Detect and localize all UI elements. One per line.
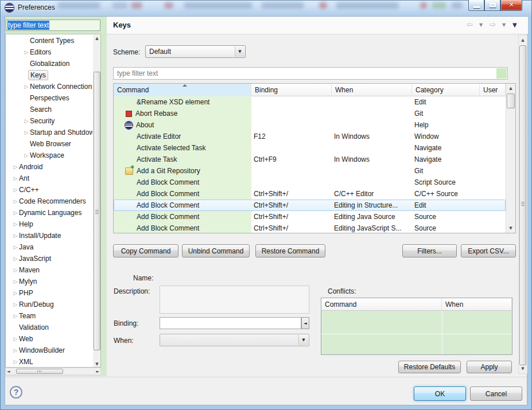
tree-item-startup-and-shutdown[interactable]: ▷Startup and Shutdown (6, 127, 92, 138)
panel-scrollbar-thumb[interactable] (519, 45, 526, 365)
tree-horizontal-scrollbar[interactable]: ◄ ► (5, 368, 101, 375)
back-arrow-icon[interactable]: ⇦ (467, 20, 473, 29)
tree-item-run-debug[interactable]: ▷Run/Debug (6, 299, 92, 310)
tree-item-security[interactable]: ▷Security (6, 115, 92, 127)
expand-arrow-icon[interactable]: ▷ (12, 198, 19, 204)
column-header-category[interactable]: Category (412, 84, 480, 96)
table-row[interactable]: AboutHelp (114, 119, 506, 131)
help-button[interactable]: ? (10, 386, 22, 399)
expand-arrow-icon[interactable]: ▷ (12, 233, 19, 239)
tree-item-web[interactable]: ▷Web (6, 333, 92, 345)
unbind-command-button[interactable]: Unbind Command (182, 244, 250, 257)
table-row[interactable]: Abort RebaseGit (114, 108, 506, 119)
table-row[interactable]: Add Block CommentCtrl+Shift+/C/C++ Edito… (114, 188, 506, 200)
view-menu-icon[interactable]: ▼ (512, 22, 517, 28)
tree-item-validation[interactable]: Validation (6, 322, 92, 333)
expand-arrow-icon[interactable]: ▷ (23, 84, 30, 89)
tree-item-team[interactable]: ▷Team (6, 310, 92, 322)
table-row[interactable]: Activate EditorF12In WindowsWindow (114, 131, 506, 142)
scroll-down-icon[interactable]: ▼ (506, 225, 515, 232)
expand-arrow-icon[interactable]: ▷ (12, 279, 19, 284)
expand-arrow-icon[interactable]: ▷ (12, 175, 19, 181)
tree-item-c-c[interactable]: ▷C/C++ (6, 184, 92, 196)
column-header-command[interactable]: Command (114, 84, 251, 96)
table-row[interactable]: Add Block CommentCtrl+Shift+/Editing Jav… (114, 211, 506, 222)
maximize-button[interactable] (484, 0, 500, 11)
expand-arrow-icon[interactable]: ▷ (12, 290, 19, 296)
expand-arrow-icon[interactable]: ▷ (12, 313, 19, 319)
tree-item-search[interactable]: Search (6, 104, 92, 115)
table-row[interactable]: Add Block CommentScript Source (114, 177, 506, 188)
tree-item-android[interactable]: ▷Android (6, 161, 92, 173)
tree-item-php[interactable]: ▷PHP (6, 287, 92, 299)
titlebar[interactable]: Preferences ✕ (0, 0, 532, 16)
tree-item-ant[interactable]: ▷Ant (6, 173, 92, 184)
panel-vertical-scrollbar[interactable]: ▲ ▼ (518, 35, 527, 374)
expand-arrow-icon[interactable]: ▷ (23, 118, 30, 124)
tree-item-web-browser[interactable]: Web Browser (6, 138, 92, 150)
tree-item-maven[interactable]: ▷Maven (6, 264, 92, 276)
restore-defaults-button[interactable]: Restore Defaults (398, 361, 461, 373)
expand-arrow-icon[interactable]: ▷ (12, 336, 19, 342)
tree-item-perspectives[interactable]: Perspectives (6, 92, 92, 104)
table-row[interactable]: Activate TaskCtrl+F9In WindowsNavigate (114, 154, 506, 165)
column-header-when[interactable]: When (332, 84, 412, 96)
keys-filter-input[interactable]: type filter text (113, 67, 508, 80)
export-csv-button[interactable]: Export CSV... (461, 244, 516, 257)
scroll-down-icon[interactable]: ▼ (519, 365, 527, 372)
ok-button[interactable]: OK (414, 386, 466, 401)
expand-arrow-icon[interactable]: ▷ (12, 164, 19, 170)
column-header-binding[interactable]: Binding (251, 84, 332, 96)
table-vertical-scrollbar[interactable]: ▲ ▼ (506, 84, 515, 233)
table-row[interactable]: Add a Git RepositoryGit (114, 165, 506, 177)
conflicts-column-header-command[interactable]: Command (321, 298, 442, 311)
expand-arrow-icon[interactable]: ▷ (12, 347, 19, 353)
tree-item-content-types[interactable]: Content Types (6, 35, 92, 46)
tree-item-help[interactable]: ▷Help (6, 218, 92, 230)
table-row[interactable]: Add Block CommentCtrl+Shift+/Editing Jav… (114, 222, 506, 233)
restore-command-button[interactable]: Restore Command (255, 244, 325, 257)
expand-arrow-icon[interactable]: ▷ (12, 244, 19, 250)
scroll-down-icon[interactable]: ▼ (93, 361, 101, 368)
tree-filter-input[interactable]: type filter text (6, 19, 100, 31)
scroll-up-icon[interactable]: ▲ (519, 37, 527, 44)
conflicts-column-header-when[interactable]: When (442, 298, 512, 311)
table-row[interactable]: &Rename XSD elementEdit (114, 96, 506, 108)
filters-button[interactable]: Filters... (402, 244, 457, 257)
tree-vertical-scrollbar[interactable]: ▲ ▼ (93, 35, 101, 368)
cancel-button[interactable]: Cancel (470, 386, 522, 401)
tree-item-mylyn[interactable]: ▷Mylyn (6, 276, 92, 287)
close-button[interactable]: ✕ (500, 0, 522, 11)
expand-arrow-icon[interactable]: ▷ (12, 302, 19, 307)
copy-command-button[interactable]: Copy Command (113, 244, 178, 257)
scroll-left-icon[interactable]: ◄ (7, 368, 10, 375)
expand-arrow-icon[interactable]: ▷ (23, 153, 30, 158)
when-dropdown[interactable]: ▼ (160, 334, 309, 346)
tree-item-install-update[interactable]: ▷Install/Update (6, 230, 92, 241)
tree-item-globalization[interactable]: Globalization (6, 58, 92, 69)
expand-arrow-icon[interactable]: ▷ (12, 359, 19, 365)
table-row[interactable]: Add Block CommentCtrl+Shift+/Editing in … (114, 200, 506, 211)
back-dropdown-icon[interactable]: ▼ (479, 22, 483, 28)
tree-item-dynamic-languages[interactable]: ▷Dynamic Languages (6, 207, 92, 218)
apply-button[interactable]: Apply (467, 361, 512, 373)
column-header-user[interactable]: User (480, 84, 506, 96)
tree-item-xml[interactable]: ▷XML (6, 356, 92, 368)
tree-item-editors[interactable]: ▷Editors (6, 46, 92, 58)
scroll-up-icon[interactable]: ▲ (506, 85, 515, 92)
table-row[interactable]: Activate Selected TaskNavigate (114, 142, 506, 154)
expand-arrow-icon[interactable]: ▷ (12, 187, 19, 193)
expand-arrow-icon[interactable]: ▷ (23, 130, 30, 135)
tree-scrollbar-thumb[interactable] (94, 72, 100, 350)
scroll-right-icon[interactable]: ► (96, 368, 99, 375)
expand-arrow-icon[interactable]: ▷ (23, 49, 30, 55)
tree-hscrollbar-thumb[interactable] (16, 369, 63, 374)
tree-item-java[interactable]: ▷Java (6, 241, 92, 253)
tree-item-javascript[interactable]: ▷JavaScript (6, 253, 92, 264)
forward-dropdown-icon[interactable]: ▼ (502, 22, 506, 28)
binding-left-arrow-button[interactable]: ◄ (301, 317, 309, 329)
tree-item-keys[interactable]: Keys (6, 69, 92, 81)
tree-item-windowbuilder[interactable]: ▷WindowBuilder (6, 345, 92, 356)
expand-arrow-icon[interactable]: ▷ (12, 221, 19, 227)
scheme-dropdown[interactable]: Default ▼ (145, 45, 246, 58)
